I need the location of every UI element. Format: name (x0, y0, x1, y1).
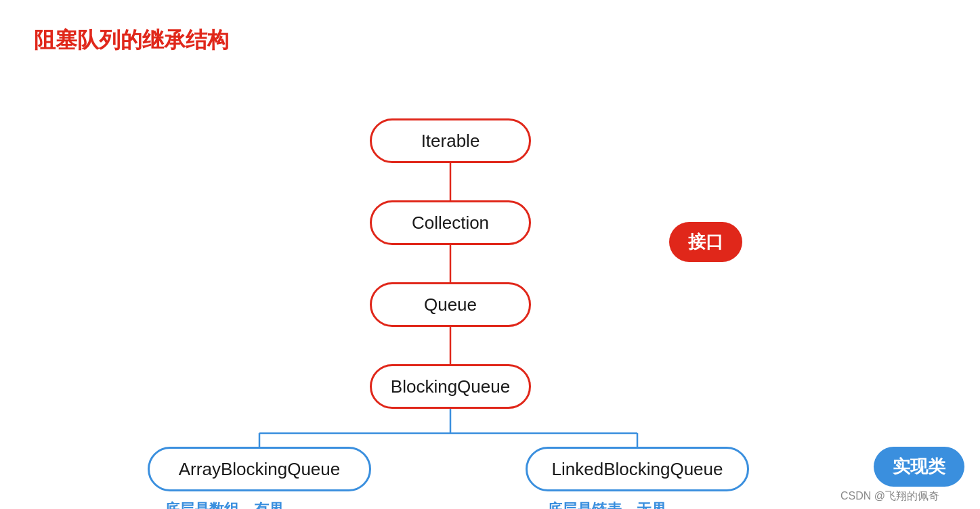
legend-interface: 接口 (669, 222, 742, 262)
node-collection: Collection (370, 200, 531, 245)
legend-impl: 实现类 (874, 447, 964, 487)
node-iterable: Iterable (370, 118, 531, 163)
watermark: CSDN @飞翔的佩奇 (840, 489, 939, 504)
desc-arraybq: 底层是数组，有界 (165, 500, 284, 509)
node-arraybq-label: ArrayBlockingQueue (179, 459, 340, 480)
node-queue-label: Queue (424, 294, 477, 315)
node-queue: Queue (370, 282, 531, 327)
legend-interface-label: 接口 (688, 230, 723, 254)
desc-linkedbq-line1: 底层是链表，无界 (547, 500, 666, 509)
legend-impl-label: 实现类 (893, 455, 945, 479)
node-blockingqueue: BlockingQueue (370, 364, 531, 409)
diagram: Iterable Collection Queue BlockingQueue … (0, 54, 980, 509)
page-title: 阻塞队列的继承结构 (34, 26, 229, 56)
node-collection-label: Collection (412, 213, 489, 234)
node-arraybq: ArrayBlockingQueue (148, 447, 371, 491)
node-linkedbq-label: LinkedBlockingQueue (552, 459, 723, 480)
node-linkedbq: LinkedBlockingQueue (526, 447, 749, 491)
node-blockingqueue-label: BlockingQueue (391, 376, 510, 397)
node-iterable-label: Iterable (421, 131, 480, 152)
